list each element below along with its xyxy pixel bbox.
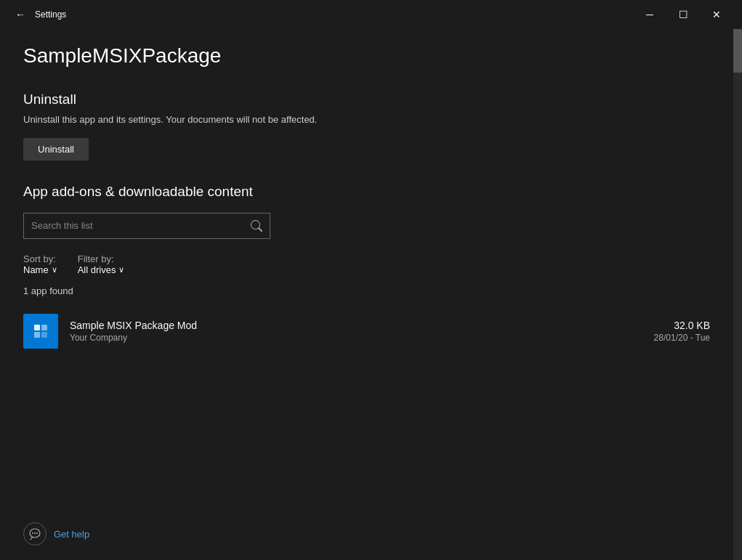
app-info: Sample MSIX Package Mod Your Company [70,320,654,343]
svg-rect-2 [41,325,47,330]
sort-control[interactable]: Sort by: Name ∨ [23,253,57,275]
title-bar: ← Settings ─ ☐ ✕ [0,0,742,29]
app-company: Your Company [70,333,654,343]
filter-chevron-icon: ∨ [118,265,124,275]
app-icon [23,314,58,349]
filter-control[interactable]: Filter by: All drives ∨ [78,253,125,275]
minimize-button[interactable]: ─ [633,3,666,26]
main-content: SampleMSIXPackage Uninstall Uninstall th… [0,29,742,560]
uninstall-heading: Uninstall [23,92,710,107]
app-title: SampleMSIXPackage [23,44,710,68]
close-button[interactable]: ✕ [700,3,733,26]
search-icon [251,220,262,232]
sort-chevron-icon: ∨ [52,265,57,275]
sort-value[interactable]: Name ∨ [23,264,57,275]
svg-point-7 [32,532,33,534]
filter-label: Filter by: [78,253,114,264]
help-link[interactable]: Get help [54,529,89,540]
footer: Get help [23,522,89,545]
filter-row: Sort by: Name ∨ Filter by: All drives ∨ [23,253,710,275]
back-button[interactable]: ← [9,3,32,26]
filter-value[interactable]: All drives ∨ [78,264,125,275]
addons-heading: App add-ons & downloadable content [23,184,710,200]
msix-icon [31,321,51,341]
uninstall-description: Uninstall this app and its settings. You… [23,113,710,126]
svg-rect-1 [34,325,40,330]
chat-icon [28,527,41,540]
search-box [23,213,270,239]
svg-rect-3 [34,332,40,338]
svg-point-9 [36,532,38,534]
search-input[interactable] [24,214,243,238]
svg-point-8 [34,532,36,534]
list-item[interactable]: Sample MSIX Package Mod Your Company 32.… [23,308,710,354]
uninstall-button[interactable]: Uninstall [23,138,89,161]
app-size: 32.0 KB [654,320,710,331]
help-icon[interactable] [23,522,47,545]
app-name: Sample MSIX Package Mod [70,320,654,331]
maximize-button[interactable]: ☐ [666,3,700,26]
app-list: Sample MSIX Package Mod Your Company 32.… [23,308,710,354]
app-date: 28/01/20 - Tue [654,333,710,343]
svg-rect-4 [41,332,47,338]
scrollbar[interactable] [733,29,742,560]
search-button[interactable] [243,214,270,238]
sort-label: Sort by: [23,253,56,264]
app-count: 1 app found [23,285,710,296]
scrollbar-thumb[interactable] [733,29,742,73]
window-controls: ─ ☐ ✕ [633,3,733,26]
app-meta: 32.0 KB 28/01/20 - Tue [654,320,710,343]
title-bar-title: Settings [35,9,633,20]
